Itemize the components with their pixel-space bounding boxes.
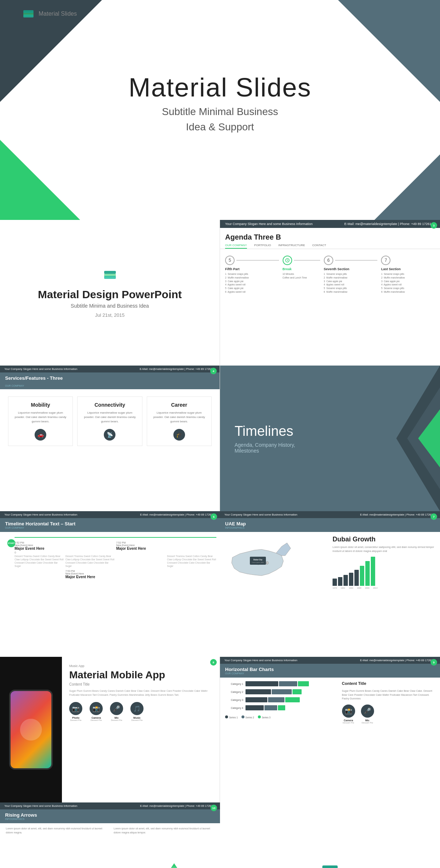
year-1990: 1990 [349,587,353,589]
svg-text:Lorem ipsum dolor: Lorem ipsum dolor [252,561,264,563]
mobile-text: Sugar Plum Gummi Bears Candy Canes Danis… [69,689,212,697]
barchart-label: OUR COMPANY [225,672,435,675]
timeline-h-body: START 7:52 PM New Event Here Major Event… [0,532,220,583]
tab-portfolio[interactable]: PORTFOLIO [254,244,271,249]
year-2006: 2006 [365,587,369,589]
service-career-title: Career [152,402,206,408]
slide-agenda: Your Company Slogan Here and some Busine… [220,220,440,366]
event2-line: New Event Here [66,572,115,575]
svg-text:Dubai City: Dubai City [254,559,263,561]
step7-label: Last Section [381,267,435,271]
camera-sub: Dessert Pie [90,719,103,721]
slide-services: Your Company Slogan Here and some Busine… [0,366,220,511]
step7-num: 7 [381,256,390,265]
timeline-h-badge: 6 [211,513,217,520]
slide-row-1: Material Design PowerPoint Subtitle Mini… [0,220,440,366]
arrows-text-left: Lorem ipsum dolor sit amet, elit, sed di… [6,827,106,835]
service-mobility-icon: 🚗 [35,429,46,441]
hero-title: Material Slides [129,72,311,102]
uae-map: Dubai City Lorem ipsum dolor [225,536,327,595]
mdpp-date: Jul 21st, 2015 [95,312,125,318]
timelines-content: Timelines Agenda, Company History, Miles… [235,423,295,454]
mic-sub: Dessert Pie [110,719,123,721]
uae-title: UAE Map [225,521,435,526]
tab-infrastructure[interactable]: INFRASTRUCTURE [278,244,305,249]
hero-decoration-bottom-right [374,154,440,220]
services-label: OUR COMPANY [0,384,220,389]
bar-2006 [354,570,359,586]
service-connectivity-icon: 📡 [104,429,115,441]
services-badge: 4 [210,368,217,374]
growth-bars [333,557,435,586]
bar-seg-3a [245,697,267,702]
bar-2014 [360,566,364,586]
barchart-header-right: E-Mail: me@materialdesigntemplate | Phon… [360,659,436,662]
event2-body: Dessert Tiramisu Sweet Cotton Candy Bear… [66,555,115,568]
phone-screen-content [11,691,51,768]
bar-1982 [338,577,342,586]
service-connectivity-title: Connectivity [83,402,137,408]
logo-text: Material Slides [39,11,77,17]
event3-line: New Event Here [116,544,166,547]
bar-row-3: Category 3 [225,697,337,702]
year-2014: 2014 [373,587,377,589]
mobile-title: Material Mobile App [69,669,212,681]
agenda-title: Agenda Three B [220,228,440,244]
bar-seg-3c [285,697,300,702]
bar-stack-4 [245,705,285,710]
chart-content-text: Sugar Plum Gummi Bears Candy Canes Danis… [342,689,435,701]
timeline-start-dot: START [7,539,15,547]
agenda-step-break: Break 10 Minutes Coffee and Lunch Time [281,256,322,280]
bar-row-2: Category 2 [225,689,337,694]
year-1998: 1998 [357,587,361,589]
bar-latest [371,557,375,586]
service-career-icon: 🎓 [173,429,185,441]
services-header: Your Company Slogan Here and some Busine… [0,366,220,372]
arrow-fifth-svg: Fifth Service Dessert Tiramisu Cotton [160,861,189,868]
bar-seg-1b [279,681,297,686]
year-1982: 1982 [341,587,345,589]
mdpp-title: Material Design PowerPoint [38,288,182,301]
uae-header-left: Your Company Slogan Here and some Busine… [224,513,297,516]
mobile-tag: Music App [69,664,212,668]
service-connectivity-text: Liquorice marshmallow sugar plum powder.… [83,411,137,424]
photo-label: Photo [69,717,82,719]
mobile-subtitle: Content Title [69,682,212,686]
slide-timeline-h: Your Company Slogan Here and some Busine… [0,511,220,657]
slide-row-5: Your Company Slogan Here and some Busine… [0,802,440,868]
agenda-steps-row: 5 Fifth Part 1 Sesame snaps pills 2 Muff… [220,253,440,296]
hero-decoration-bottom-left [0,140,80,220]
legend-text-3: Series 3 [262,716,271,719]
tab-our-company[interactable]: OUR COMPANY [225,244,247,249]
slide-mobile: 8 Music App Material Mobile App Content … [0,657,220,802]
uae-info: Dubai Growth Lorem ipsum dolor sit amet,… [333,536,435,595]
bar-row-1: Category 1 [225,681,337,686]
bar-cat-1: Category 1 [225,683,243,685]
service-mobility-text: Liquorice marshmallow sugar plum powder.… [13,411,67,424]
timeline-h-title: Timeline Horizontal Text – Start [5,521,215,526]
tab-contact[interactable]: CONTACT [312,244,326,249]
event1-line: New Event Here [15,544,64,547]
mobile-badge: 8 [210,659,217,666]
svg-rect-2 [23,10,34,13]
bar-cat-2: Category 2 [225,691,243,693]
svg-point-40 [170,867,178,868]
services-title-bar: Services/Features - Three [0,372,220,384]
svg-rect-5 [104,271,116,274]
music-sub: Dessert Pie [130,719,144,721]
bar-2018 [365,561,370,586]
mdpp-subtitle: Subtitle Minima and Business Idea [71,303,149,309]
uae-map-svg: Dubai City Lorem ipsum dolor [225,536,305,594]
agenda-step-7: 7 Last Section 1 Sesame snaps pills 2 Mu… [380,256,436,294]
chart-camera-sub: Dessert Pie [342,722,355,724]
svg-rect-1 [23,15,34,17]
services-title: Services/Features - Three [5,375,63,381]
chart-content-title: Content Title [342,681,435,686]
arrows-header: Your Company Slogan Here and some Busine… [0,802,220,809]
photo-icon-circle: 📷 [69,702,82,715]
chart-mic-circle: 🎤 [361,705,374,718]
mobile-icons-row: 📷 Photo Dessert Pie 📸 Camera Dessert Pie… [69,702,212,721]
slide-timelines: Timelines Agenda, Company History, Miles… [220,366,440,511]
chart-icon-camera: 📸 Camera Dessert Pie [342,705,355,724]
arrows-body: Lorem ipsum dolor sit amet, elit, sed di… [0,823,220,868]
